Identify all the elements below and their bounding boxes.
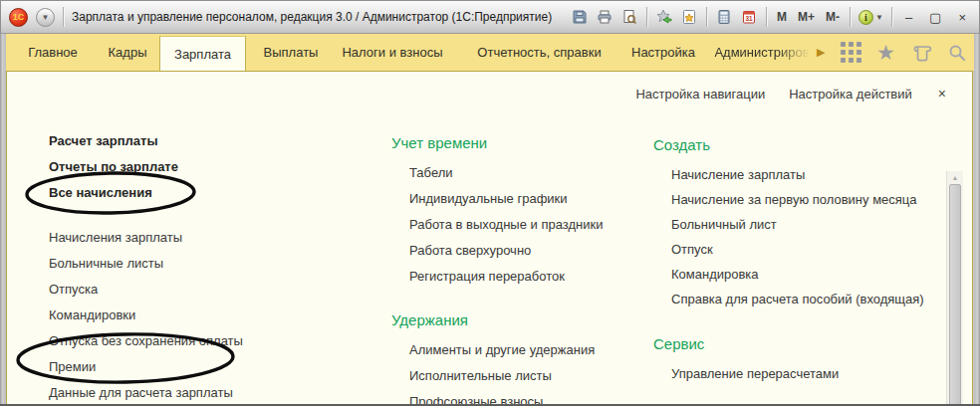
tab-kadry[interactable]: Кадры: [98, 34, 157, 71]
info-menu-button[interactable]: i ▼: [858, 10, 883, 25]
window-right-edge: [974, 34, 980, 406]
section-header-sozdat[interactable]: Создать: [653, 132, 967, 158]
tab-nastroika[interactable]: Настройка: [619, 34, 707, 71]
all-functions-grid-icon[interactable]: [841, 34, 861, 71]
create-link-spravka-posobiy[interactable]: Справка для расчета пособий (входящая): [653, 287, 967, 311]
search-icon[interactable]: [947, 34, 967, 71]
divider: [706, 7, 707, 27]
create-link-nachislenie-zarplaty[interactable]: Начисление зарплаты: [653, 162, 967, 187]
section-items: Начисление зарплаты Начисление за первую…: [653, 162, 967, 311]
window-left-edge: [0, 34, 6, 406]
nav-link-raschet-zarplaty[interactable]: Расчет зарплаты: [49, 128, 368, 154]
divider: [850, 7, 851, 27]
grid-dots-icon: [841, 42, 861, 63]
nav-link-komandirovki[interactable]: Командировки: [49, 303, 368, 328]
tab-administrirovanie[interactable]: Администриров: [711, 34, 813, 71]
window-title: Зарплата и управление персоналом, редакц…: [72, 10, 552, 24]
nav-link-otpuska[interactable]: Отпуска: [49, 277, 368, 303]
titlebar-toolbar: 31 M M+ M- i ▼ – ▢ ×: [571, 7, 979, 27]
service-link-upravlenie-pereraschetami[interactable]: Управление перерасчетами: [653, 361, 967, 386]
print-preview-icon[interactable]: [620, 8, 638, 26]
nav-link-otpuska-bez-oplaty[interactable]: Отпуска без сохранения оплаты: [49, 328, 368, 354]
app-logo-1c-icon: 1С: [9, 8, 28, 27]
create-link-otpusk[interactable]: Отпуск: [653, 237, 967, 262]
scrollbar-thumb[interactable]: [949, 184, 961, 405]
panel-close-icon[interactable]: ×: [936, 86, 948, 102]
nav-link-ispolnitelnye-listy[interactable]: Исполнительные листы: [391, 363, 660, 389]
nav-link-alimenty[interactable]: Алименты и другие удержания: [391, 337, 660, 363]
tab-zarplata[interactable]: Зарплата: [159, 36, 246, 71]
favorites-star-icon[interactable]: ★: [876, 34, 895, 71]
maximize-button[interactable]: ▢: [924, 10, 946, 25]
section-items: Табели Индивидуальные графики Работа в в…: [391, 160, 660, 290]
tab-glavnoe[interactable]: Главное: [8, 34, 98, 71]
nav-column-create-service: Создать Начисление зарплаты Начисление з…: [653, 132, 967, 386]
spacer: [49, 206, 368, 225]
chevron-down-icon: ▼: [875, 13, 883, 22]
divider: [646, 7, 647, 27]
system-menu-dropdown-button[interactable]: ▼: [36, 8, 55, 27]
nav-column-main: Расчет зарплаты Отчеты по зарплате Все н…: [49, 128, 368, 406]
add-to-favorites-icon[interactable]: [680, 8, 698, 26]
nav-link-individualnye-grafiki[interactable]: Индивидуальные графики: [391, 186, 660, 212]
memory-plus-button[interactable]: M+: [796, 10, 817, 24]
create-link-nachislenie-za-pervuyu[interactable]: Начисление за первую половину месяца: [653, 187, 967, 212]
nav-link-premii[interactable]: Премии: [49, 354, 368, 380]
nav-link-registratsiya-pererabotok[interactable]: Регистрация переработок: [391, 264, 660, 290]
nav-link-rabota-sverkhurochno[interactable]: Работа сверхурочно: [391, 238, 660, 264]
nav-link-nachisleniya-zarplaty[interactable]: Начисления зарплаты: [49, 225, 368, 251]
actions-settings-link[interactable]: Настройка действий: [789, 87, 912, 102]
nav-link-rabota-v-vykhodnye[interactable]: Работа в выходные и праздники: [391, 212, 660, 238]
memory-recall-button[interactable]: M: [775, 10, 789, 24]
favorites-go-icon[interactable]: [655, 8, 673, 26]
scroll-up-arrow-icon[interactable]: ▲: [947, 171, 963, 183]
print-icon[interactable]: [596, 8, 613, 26]
calendar-icon[interactable]: 31: [740, 8, 758, 26]
section-header-uchet-vremeni[interactable]: Учет времени: [391, 130, 660, 156]
nav-link-bolnichnye-listy[interactable]: Больничные листы: [49, 251, 368, 277]
tab-vyplaty[interactable]: Выплаты: [251, 34, 331, 71]
navigation-panel: Настройка навигации Настройка действий ×…: [6, 71, 973, 406]
minimize-button[interactable]: –: [900, 10, 917, 25]
panel-settings-links: Настройка навигации Настройка действий ×: [635, 86, 948, 102]
section-tab-bar: Главное Кадры Зарплата Выплаты Налоги и …: [1, 34, 979, 71]
title-bar: 1С ▼ Зарплата и управление персоналом, р…: [0, 0, 980, 34]
tab-overflow-arrow-icon[interactable]: ▶: [817, 34, 825, 71]
close-button[interactable]: ×: [953, 10, 971, 25]
svg-text:31: 31: [745, 15, 753, 22]
nav-link-tabeli[interactable]: Табели: [391, 160, 660, 186]
nav-link-dannye-dlya-rascheta[interactable]: Данные для расчета зарплаты: [49, 380, 368, 406]
divider: [766, 7, 767, 27]
tab-nalogi-vznosy[interactable]: Налоги и взносы: [333, 34, 452, 71]
vertical-scrollbar[interactable]: ▲: [946, 171, 963, 406]
divider: [891, 7, 892, 27]
nav-column-time-deductions: Учет времени Табели Индивидуальные графи…: [391, 130, 660, 406]
tab-otchetnost[interactable]: Отчетность, справки: [462, 34, 616, 71]
save-icon[interactable]: [571, 8, 589, 26]
create-link-komandirovka[interactable]: Командировка: [653, 262, 967, 287]
nav-link-otchety-po-zarplate[interactable]: Отчеты по зарплате: [49, 154, 368, 180]
section-header-servis[interactable]: Сервис: [653, 331, 967, 357]
memory-minus-button[interactable]: M-: [824, 10, 842, 24]
nav-link-vse-nachisleniya[interactable]: Все начисления: [49, 180, 368, 206]
navigation-settings-link[interactable]: Настройка навигации: [635, 87, 765, 102]
spacer: [653, 311, 967, 331]
divider: [63, 7, 64, 27]
section-items: Управление перерасчетами: [653, 361, 967, 386]
section-header-uderzhaniya[interactable]: Удержания: [391, 307, 660, 333]
info-icon: i: [858, 10, 873, 25]
spacer: [391, 290, 660, 307]
calculator-icon[interactable]: [715, 8, 733, 26]
section-items: Алименты и другие удержания Исполнительн…: [391, 337, 660, 406]
history-scroll-icon[interactable]: [911, 34, 933, 71]
create-link-bolnichnyi-list[interactable]: Больничный лист: [653, 212, 967, 237]
